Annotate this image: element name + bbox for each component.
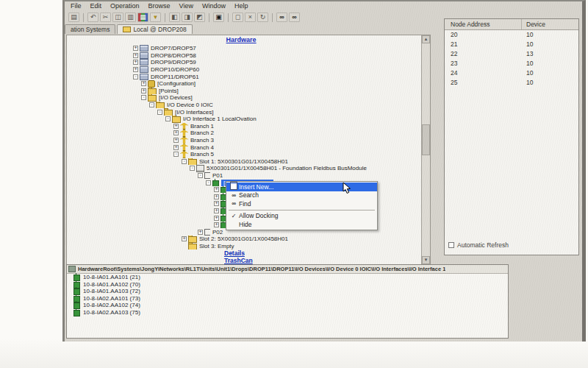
expander-icon[interactable]: - bbox=[133, 74, 138, 79]
expander-icon[interactable]: + bbox=[182, 236, 187, 241]
tree-item[interactable]: - DROP11/DROP61 bbox=[67, 73, 420, 80]
table-row[interactable]: 23 10 bbox=[445, 59, 578, 68]
copy-icon[interactable]: ◫ bbox=[112, 13, 123, 22]
device-list-item[interactable]: 10-8-IA02.AA103 (75) bbox=[67, 309, 508, 316]
tree-item[interactable]: + DROP10/DROP60 bbox=[67, 66, 420, 74]
expander-icon[interactable]: - bbox=[198, 173, 203, 178]
menu-operation[interactable]: Operation bbox=[110, 2, 140, 11]
menu-item-find[interactable]: ∞ Find bbox=[226, 199, 377, 208]
tree-item[interactable]: - Branch 5 bbox=[67, 151, 420, 158]
expander-icon[interactable]: - bbox=[206, 180, 211, 185]
expander-icon[interactable]: + bbox=[214, 194, 219, 199]
find-binoculars-icon[interactable]: ∞ bbox=[276, 13, 287, 22]
menu-view[interactable]: View bbox=[179, 2, 193, 11]
table-row[interactable]: 25 10 bbox=[445, 78, 578, 88]
expander-icon[interactable]: + bbox=[214, 187, 219, 192]
tree-item[interactable]: - Slot 1: 5X00301G01/1X00458H01 bbox=[67, 158, 420, 166]
tree-item[interactable]: + [Configuration] bbox=[67, 80, 420, 88]
expander-icon[interactable]: - bbox=[190, 166, 195, 171]
tree-item[interactable]: + Branch 4 bbox=[67, 144, 420, 151]
tree-item[interactable]: - I/O Device 0 IOIC bbox=[67, 102, 420, 109]
expander-icon[interactable]: + bbox=[173, 130, 179, 135]
tree-item[interactable]: + DROP9/DROP59 bbox=[67, 59, 420, 66]
tree-item[interactable]: - I/O Interface 1 LocalOvation bbox=[67, 116, 420, 123]
expander-icon[interactable]: - bbox=[173, 152, 179, 157]
menu-item-search[interactable]: ∞ Search bbox=[226, 191, 377, 200]
menu-file[interactable]: File bbox=[71, 2, 82, 11]
tree-item[interactable]: - 5X00301G01/1X00458H01 - Foundation Fie… bbox=[67, 165, 420, 172]
device-list-item[interactable]: 10-8-IA01.AA103 (72) bbox=[67, 288, 508, 295]
tab-local-drop208[interactable]: Local @ DROP208 bbox=[117, 24, 192, 34]
tree-item[interactable]: + Branch 1 bbox=[67, 123, 420, 130]
device-list-item[interactable]: 10-8-IA01.AA101 (21) bbox=[67, 274, 508, 281]
expander-icon[interactable]: + bbox=[214, 208, 219, 213]
filter-funnel-icon[interactable]: ▼ bbox=[150, 13, 161, 22]
menu-item-allow-docking[interactable]: ✓ Allow Docking bbox=[226, 212, 377, 221]
cut-icon[interactable]: ✂ bbox=[100, 13, 111, 22]
search-binoculars-icon[interactable]: ∞ bbox=[289, 13, 300, 22]
expander-icon[interactable]: + bbox=[198, 230, 203, 235]
expander-icon[interactable]: + bbox=[133, 53, 138, 58]
tree-scrollbar[interactable]: ▲ ▼ bbox=[421, 35, 430, 264]
export-icon[interactable]: ◩ bbox=[194, 13, 205, 22]
menu-item-insert-new[interactable]: Insert New... bbox=[226, 183, 377, 191]
tree-item[interactable]: + DROP7/DROP57 bbox=[67, 45, 420, 52]
open-icon[interactable]: ◧ bbox=[169, 13, 180, 22]
scroll-down-icon[interactable]: ▼ bbox=[422, 256, 430, 264]
trashcan-link[interactable]: TrashCan bbox=[224, 257, 253, 264]
auto-refresh-checkbox[interactable]: Automatic Refresh bbox=[448, 241, 509, 249]
tree-item[interactable]: Slot 3: Empty bbox=[67, 243, 420, 250]
undo-icon[interactable]: ↶ bbox=[87, 13, 98, 22]
scroll-thumb[interactable] bbox=[422, 124, 430, 155]
camera-icon[interactable]: ▣ bbox=[213, 13, 224, 22]
expander-icon[interactable]: - bbox=[149, 102, 154, 107]
tree-item[interactable]: + Branch 2 bbox=[67, 130, 420, 137]
table-row[interactable]: 24 10 bbox=[445, 68, 578, 78]
expander-icon[interactable]: + bbox=[141, 81, 146, 86]
details-link[interactable]: Details bbox=[224, 250, 245, 257]
menu-browse[interactable]: Browse bbox=[148, 2, 171, 11]
expander-icon[interactable]: + bbox=[133, 60, 138, 65]
device-list-item[interactable]: 10-8-IA02.AA102 (74) bbox=[67, 302, 508, 309]
tree-item[interactable]: + [Points] bbox=[67, 88, 420, 95]
tree-item[interactable]: + DROP8/DROP58 bbox=[67, 52, 420, 60]
tree-item[interactable]: + Slot 2: 5X00301G01/1X00458H01 bbox=[67, 236, 420, 243]
print-icon[interactable]: ▤ bbox=[68, 13, 79, 22]
expander-icon[interactable]: + bbox=[133, 46, 138, 51]
tree-item[interactable]: - [I/O Interfaces] bbox=[67, 108, 420, 116]
menu-edit[interactable]: Edit bbox=[90, 2, 102, 11]
table-row[interactable]: 22 13 bbox=[445, 49, 578, 59]
scroll-up-icon[interactable]: ▲ bbox=[422, 35, 430, 43]
paste-icon[interactable]: ▥ bbox=[125, 13, 136, 22]
select-icon[interactable]: ◻ bbox=[232, 13, 243, 22]
menu-item-hide[interactable]: Hide bbox=[226, 220, 377, 229]
expander-icon[interactable]: - bbox=[141, 95, 146, 100]
color-palette-icon[interactable]: ▦ bbox=[137, 13, 148, 22]
tree-item[interactable]: + Branch 3 bbox=[67, 137, 420, 144]
expander-icon[interactable]: - bbox=[165, 116, 171, 121]
expander-icon[interactable]: + bbox=[214, 216, 219, 221]
expander-icon[interactable]: + bbox=[173, 145, 179, 150]
tree-item[interactable]: - P01 bbox=[67, 172, 420, 180]
column-device[interactable]: Device bbox=[522, 19, 578, 29]
delete-icon[interactable]: × bbox=[245, 13, 256, 22]
expander-icon[interactable]: + bbox=[214, 222, 219, 227]
expander-icon[interactable]: + bbox=[214, 201, 219, 206]
expander-icon[interactable]: + bbox=[173, 124, 179, 129]
device-list-item[interactable]: 10-8-IA01.AA102 (70) bbox=[67, 281, 508, 289]
import-icon[interactable]: ◨ bbox=[182, 13, 193, 22]
scroll-track[interactable] bbox=[422, 43, 430, 256]
table-row[interactable]: 21 10 bbox=[445, 40, 578, 49]
expander-icon[interactable]: + bbox=[141, 88, 146, 93]
menu-window[interactable]: Window bbox=[202, 2, 226, 11]
tree-item[interactable]: - [I/O Devices] bbox=[67, 94, 420, 102]
expander-icon[interactable]: + bbox=[133, 67, 138, 72]
tab-ation-systems[interactable]: ation Systems bbox=[65, 24, 115, 34]
menu-help[interactable]: Help bbox=[234, 2, 248, 11]
device-list-item[interactable]: 10-8-IA02.AA101 (73) bbox=[67, 295, 508, 302]
table-row[interactable]: 20 10 bbox=[445, 30, 578, 40]
refresh-icon[interactable]: ↻ bbox=[257, 13, 268, 22]
expander-icon[interactable]: - bbox=[157, 110, 162, 115]
checkbox-icon[interactable] bbox=[448, 242, 454, 248]
column-node-address[interactable]: Node Address bbox=[445, 19, 522, 29]
